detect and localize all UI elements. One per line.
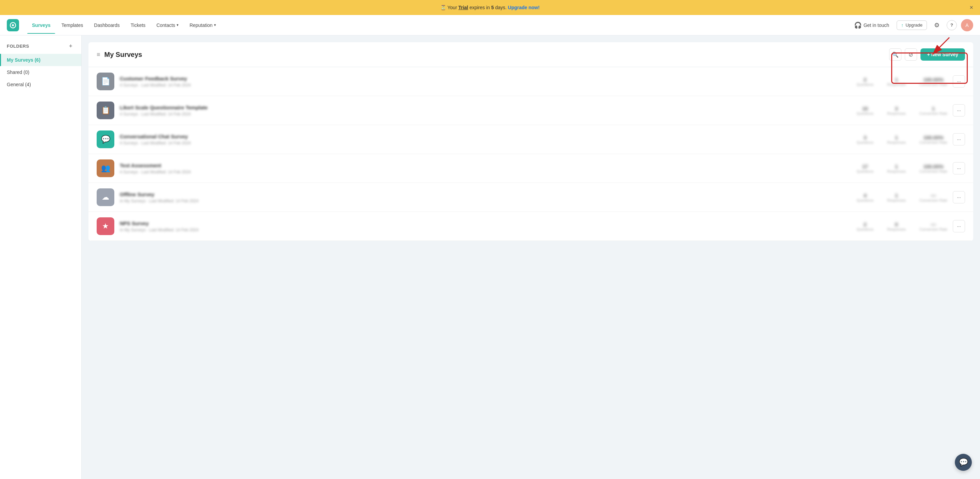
survey-actions-button-5[interactable]: ··· bbox=[953, 191, 965, 203]
nav-label-tickets: Tickets bbox=[130, 22, 146, 28]
sidebar-item-shared[interactable]: Shared (0) bbox=[0, 66, 81, 78]
survey-icon-5: ☁ bbox=[97, 188, 115, 206]
stat-responses-5: 1 Responses bbox=[887, 193, 906, 202]
stat-responses-value-1: 1 bbox=[887, 77, 906, 83]
get-in-touch-button[interactable]: 🎧 Get in touch bbox=[851, 19, 893, 31]
survey-meta-1: 4 Surveys · Last Modified: 14 Feb 2024 bbox=[120, 83, 851, 88]
navbar: Surveys Templates Dashboards Tickets Con… bbox=[0, 15, 980, 35]
survey-actions-button-3[interactable]: ··· bbox=[953, 133, 965, 145]
sidebar-header: Folders + bbox=[0, 42, 81, 54]
stat-conversion-label-3: Conversion Rate bbox=[920, 141, 947, 144]
stat-conversion-value-5: — bbox=[920, 193, 947, 198]
stat-conversion-value-2: 1 bbox=[920, 105, 947, 112]
stat-conversion-3: 100.00% Conversion Rate bbox=[920, 134, 947, 144]
stat-responses-label-3: Responses bbox=[887, 141, 906, 144]
stat-questions-value-2: 10 bbox=[856, 105, 873, 112]
nav-item-tickets[interactable]: Tickets bbox=[126, 20, 150, 31]
nav-label-templates: Templates bbox=[61, 22, 83, 28]
survey-icon-4: 👥 bbox=[97, 160, 115, 177]
new-survey-button[interactable]: + New Survey bbox=[920, 48, 965, 61]
stat-responses-value-2: 3 bbox=[887, 105, 906, 112]
upgrade-link[interactable]: Upgrade now! bbox=[508, 5, 540, 10]
stat-questions-label-2: Questions bbox=[856, 112, 873, 115]
survey-info-6: NPS Survey In My Surveys · Last Modified… bbox=[120, 220, 851, 232]
nav-item-surveys[interactable]: Surveys bbox=[27, 20, 55, 31]
survey-meta-3: 4 Surveys · Last Modified: 14 Feb 2024 bbox=[120, 141, 851, 145]
survey-name-4: Test Assessment bbox=[120, 163, 851, 168]
survey-list-title: ≡ My Surveys bbox=[97, 51, 142, 59]
add-folder-button[interactable]: + bbox=[67, 42, 75, 50]
add-icon: + bbox=[69, 43, 73, 49]
stat-conversion-label-5: Conversion Rate bbox=[920, 198, 947, 202]
stat-questions-value-3: 3 bbox=[856, 134, 873, 141]
stat-questions-4: 17 Questions bbox=[856, 163, 873, 173]
sidebar: Folders + My Surveys (6) Shared (0) Gene… bbox=[0, 35, 82, 479]
stat-responses-value-6: 0 bbox=[887, 222, 906, 227]
banner-text: ⏳ Your Trial expires in 5 days. Upgrade … bbox=[440, 5, 540, 10]
survey-meta-2: 4 Surveys · Last Modified: 14 Feb 2024 bbox=[120, 112, 851, 117]
headset-icon: 🎧 bbox=[854, 21, 862, 29]
survey-row[interactable]: 👥 Test Assessment 4 Surveys · Last Modif… bbox=[89, 154, 973, 183]
stat-questions-3: 3 Questions bbox=[856, 134, 873, 144]
user-avatar[interactable]: A bbox=[961, 19, 973, 31]
settings-button[interactable]: ⚙ bbox=[931, 19, 943, 31]
survey-row[interactable]: ☁ Offline Survey In My Surveys · Last Mo… bbox=[89, 183, 973, 212]
survey-stats-4: 17 Questions 1 Responses 100.00% Convers… bbox=[856, 163, 947, 173]
logo-icon bbox=[7, 19, 19, 31]
survey-row[interactable]: 📄 Customer Feedback Survey 4 Surveys · L… bbox=[89, 67, 973, 96]
stat-responses-2: 3 Responses bbox=[887, 105, 906, 115]
stat-questions-6: 2 Questions bbox=[856, 222, 873, 232]
list-view-icon[interactable]: ≡ bbox=[97, 51, 100, 58]
app-logo[interactable] bbox=[7, 19, 19, 31]
stat-questions-label-6: Questions bbox=[856, 227, 873, 232]
get-in-touch-label: Get in touch bbox=[864, 22, 889, 28]
survey-row[interactable]: 💬 Conversational Chat Survey 4 Surveys ·… bbox=[89, 125, 973, 154]
stat-responses-value-3: 1 bbox=[887, 134, 906, 141]
help-icon: ? bbox=[950, 22, 953, 27]
stat-conversion-value-3: 100.00% bbox=[920, 134, 947, 141]
stat-questions-value-4: 17 bbox=[856, 163, 873, 169]
stat-responses-label-2: Responses bbox=[887, 112, 906, 115]
survey-info-2: Likert Scale Questionnaire Template 4 Su… bbox=[120, 105, 851, 117]
sidebar-label-general: General (4) bbox=[7, 82, 31, 87]
stat-questions-value-6: 2 bbox=[856, 222, 873, 227]
main-layout: Folders + My Surveys (6) Shared (0) Gene… bbox=[0, 35, 980, 479]
chat-bubble-button[interactable]: 💬 bbox=[955, 454, 972, 471]
stat-conversion-value-6: — bbox=[920, 222, 947, 227]
survey-icon-2: 📋 bbox=[97, 102, 115, 119]
search-button[interactable]: 🔍 bbox=[889, 48, 901, 61]
survey-actions-button-4[interactable]: ··· bbox=[953, 162, 965, 174]
filter-button[interactable]: ⊘ bbox=[905, 48, 917, 61]
folders-label: Folders bbox=[7, 44, 29, 49]
stat-conversion-value-1: 100.00% bbox=[920, 77, 947, 83]
survey-stats-6: 2 Questions 0 Responses — Conversion Rat… bbox=[856, 222, 947, 232]
nav-item-dashboards[interactable]: Dashboards bbox=[89, 20, 124, 31]
survey-list-container: ≡ My Surveys 🔍 ⊘ + New Survey bbox=[89, 42, 973, 241]
stat-responses-value-4: 1 bbox=[887, 163, 906, 169]
survey-actions-button-6[interactable]: ··· bbox=[953, 220, 965, 232]
stat-questions-label-3: Questions bbox=[856, 141, 873, 144]
survey-row[interactable]: 📋 Likert Scale Questionnaire Template 4 … bbox=[89, 96, 973, 125]
survey-actions-button-1[interactable]: ··· bbox=[953, 75, 965, 88]
banner-close-button[interactable]: × bbox=[969, 4, 973, 11]
stat-questions-value-1: 2 bbox=[856, 77, 873, 83]
nav-items: Surveys Templates Dashboards Tickets Con… bbox=[27, 20, 851, 31]
help-button[interactable]: ? bbox=[947, 20, 957, 30]
trial-word: Trial bbox=[458, 5, 468, 10]
stat-responses-label-5: Responses bbox=[887, 198, 906, 202]
stat-conversion-label-2: Conversion Rate bbox=[920, 112, 947, 115]
search-icon: 🔍 bbox=[892, 51, 899, 58]
survey-actions-button-2[interactable]: ··· bbox=[953, 104, 965, 117]
sidebar-item-my-surveys[interactable]: My Surveys (6) bbox=[0, 54, 81, 66]
nav-item-reputation[interactable]: Reputation ▾ bbox=[185, 20, 221, 31]
survey-stats-1: 2 Questions 1 Responses 100.00% Conversi… bbox=[856, 77, 947, 86]
upgrade-button[interactable]: ↑ Upgrade bbox=[897, 21, 927, 30]
survey-row[interactable]: ★ NPS Survey In My Surveys · Last Modifi… bbox=[89, 212, 973, 241]
survey-stats-2: 10 Questions 3 Responses 1 Conversion Ra… bbox=[856, 105, 947, 115]
survey-icon-6: ★ bbox=[97, 217, 115, 235]
nav-item-templates[interactable]: Templates bbox=[56, 20, 88, 31]
avatar-initials: A bbox=[966, 22, 969, 28]
content-area: ≡ My Surveys 🔍 ⊘ + New Survey bbox=[82, 35, 980, 479]
sidebar-item-general[interactable]: General (4) bbox=[0, 78, 81, 91]
nav-item-contacts[interactable]: Contacts ▾ bbox=[152, 20, 183, 31]
